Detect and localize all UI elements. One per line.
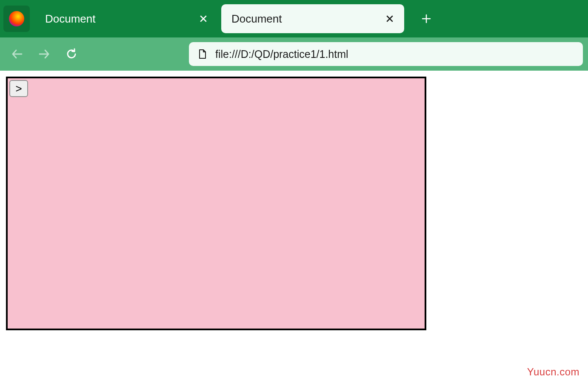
firefox-icon	[9, 11, 24, 26]
file-icon	[197, 49, 208, 59]
pink-container: >	[6, 77, 426, 330]
tab-close-button[interactable]	[196, 11, 211, 26]
arrow-left-icon	[11, 48, 23, 60]
firefox-menu-button[interactable]	[3, 6, 30, 32]
close-icon	[200, 15, 207, 23]
reload-icon	[65, 48, 78, 60]
arrow-right-icon	[38, 48, 51, 60]
watermark: Yuucn.com	[527, 366, 579, 378]
new-tab-button[interactable]	[414, 7, 438, 31]
forward-button[interactable]	[32, 42, 56, 66]
url-text: file:///D:/QD/practice1/1.html	[215, 48, 348, 60]
tab-title: Document	[45, 12, 96, 26]
back-button[interactable]	[5, 42, 29, 66]
tab-inactive[interactable]: Document	[35, 4, 218, 33]
tab-bar: Document Document	[0, 0, 588, 37]
tab-close-button[interactable]	[382, 11, 397, 26]
url-bar[interactable]: file:///D:/QD/practice1/1.html	[189, 42, 583, 66]
greater-than-button[interactable]: >	[9, 80, 28, 97]
reload-button[interactable]	[60, 42, 83, 66]
tab-title: Document	[231, 12, 282, 26]
tab-active[interactable]: Document	[221, 4, 404, 33]
plus-icon	[422, 14, 431, 23]
toolbar: file:///D:/QD/practice1/1.html	[0, 37, 588, 71]
content-area: >	[0, 71, 588, 336]
close-icon	[386, 15, 394, 23]
